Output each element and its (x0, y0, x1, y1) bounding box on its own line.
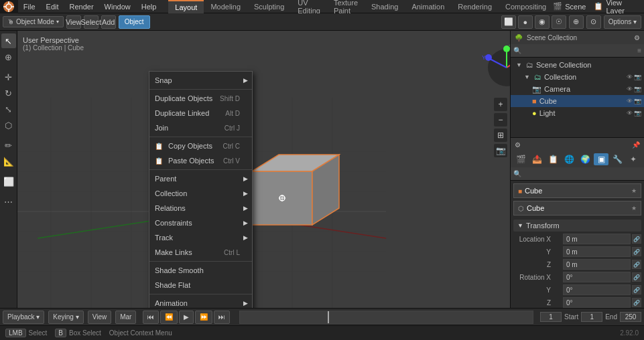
menu-item-join[interactable]: JoinCtrl J (149, 120, 252, 135)
options-btn[interactable]: Options ▾ (604, 15, 641, 29)
rotation-x-value[interactable]: 0° (563, 272, 631, 282)
tab-layout[interactable]: Layout (168, 0, 204, 13)
tab-texture-paint[interactable]: Texture Paint (327, 0, 365, 13)
filter-icon[interactable]: ≡ (637, 47, 641, 54)
mode-select[interactable]: 🖱 Object Mode ▾ (3, 16, 64, 27)
object-menu-btn[interactable]: Object (119, 15, 150, 29)
location-y-link[interactable]: 🔗 (632, 247, 641, 256)
menu-window[interactable]: Window (99, 0, 136, 13)
location-z-value[interactable]: 0 m (563, 259, 631, 270)
transform-tool[interactable]: ⬡ (1, 118, 16, 133)
select-tool[interactable]: ↖ (1, 33, 16, 48)
prop-tab-scene[interactable]: 🌐 (562, 153, 576, 165)
menu-edit[interactable]: Edit (41, 0, 64, 13)
viewport-shading-material[interactable]: ● (518, 15, 533, 29)
tab-compositing[interactable]: Compositing (499, 0, 553, 13)
add-cube-tool[interactable]: ⬜ (1, 174, 16, 189)
rotation-y-value[interactable]: 0° (563, 284, 631, 295)
tab-sculpting[interactable]: Sculpting (247, 0, 291, 13)
transform-header[interactable]: ▼ Transform (513, 220, 641, 232)
snap-view-btn[interactable]: ⊞ (494, 129, 507, 142)
menu-item-duplicate-linked[interactable]: Duplicate LinkedAlt D (149, 106, 252, 120)
measure-tool[interactable]: 📐 (1, 154, 16, 169)
prop-tab-render[interactable]: 🎬 (513, 153, 528, 165)
tab-rendering[interactable]: Rendering (451, 0, 499, 13)
frame-start-input[interactable] (581, 312, 602, 322)
rotate-tool[interactable]: ↻ (1, 86, 16, 100)
outliner-filter-icon[interactable]: ⚙ (634, 34, 640, 41)
move-tool[interactable]: ✛ (1, 70, 16, 84)
menu-item-parent[interactable]: Parent▶ (149, 171, 252, 186)
extra-tools[interactable]: ⋯ (1, 194, 16, 209)
add-menu-btn[interactable]: Add (101, 15, 116, 29)
prop-tab-object[interactable]: ▣ (594, 153, 608, 165)
location-z-link[interactable]: 🔗 (632, 260, 641, 269)
playback-btn[interactable]: Playback ▾ (3, 311, 44, 324)
frame-end-input[interactable] (620, 312, 641, 322)
view-btn[interactable]: View (88, 311, 112, 324)
data-fake-user-icon[interactable]: ★ (631, 205, 637, 211)
cube-vis-icon[interactable]: 👁 (627, 98, 633, 104)
viewport-shading-solid[interactable]: ⬜ (501, 15, 516, 29)
menu-item-constraints[interactable]: Constraints▶ (149, 216, 252, 230)
menu-item-shade-flat[interactable]: Shade Flat (149, 278, 252, 292)
camera-vis-icon[interactable]: 👁 (627, 86, 633, 92)
zoom-out-btn[interactable]: − (494, 113, 507, 126)
viewport[interactable]: X Z Y User Perspective (1) Collection | … (17, 31, 510, 308)
scale-tool[interactable]: ⤡ (1, 102, 16, 116)
collection-vis-icon[interactable]: 👁 (627, 74, 633, 80)
overlay-toggle[interactable]: ⊙ (586, 15, 601, 29)
menu-item-copy-objects[interactable]: 📋Copy ObjectsCtrl C (149, 139, 252, 153)
timeline-area[interactable] (239, 311, 533, 324)
camera-view-btn[interactable]: 📷 (494, 144, 507, 157)
viewport-shading-rendered[interactable]: ◉ (535, 15, 550, 29)
menu-item-shade-smooth[interactable]: Shade Smooth (149, 263, 252, 278)
menu-help[interactable]: Help (136, 0, 162, 13)
outliner-item-light[interactable]: ● Light 👁 📷 (511, 107, 644, 119)
jump-end-btn[interactable]: ⏭ (214, 311, 230, 324)
fake-user-icon[interactable]: ★ (631, 187, 637, 194)
select-menu-btn[interactable]: Select (84, 15, 99, 29)
play-btn[interactable]: ▶ (179, 311, 194, 324)
outliner-item-camera[interactable]: 📷 Camera 👁 📷 (511, 83, 644, 95)
menu-item-collection[interactable]: Collection▶ (149, 186, 252, 201)
location-y-value[interactable]: 0 m (563, 246, 631, 257)
rotation-z-link[interactable]: 🔗 (632, 298, 641, 307)
collection-render-icon[interactable]: 📷 (634, 74, 641, 80)
outliner-item-cube[interactable]: ■ Cube 👁 📷 (511, 95, 644, 107)
light-render-icon[interactable]: 📷 (634, 110, 641, 116)
cursor-tool[interactable]: ⊕ (1, 50, 16, 64)
keying-btn[interactable]: Keying ▾ (48, 311, 83, 324)
annotate-tool[interactable]: ✏ (1, 138, 16, 153)
light-vis-icon[interactable]: 👁 (627, 110, 633, 116)
tab-animation[interactable]: Animation (405, 0, 451, 13)
menu-item-track[interactable]: Track▶ (149, 230, 252, 245)
camera-render-icon[interactable]: 📷 (634, 86, 641, 92)
menu-render[interactable]: Render (64, 0, 99, 13)
prop-tab-output[interactable]: 📤 (529, 153, 544, 165)
zoom-in-btn[interactable]: + (494, 98, 507, 111)
jump-start-btn[interactable]: ⏮ (143, 311, 159, 324)
prop-tab-particles[interactable]: ✦ (626, 153, 641, 165)
tab-uv-editing[interactable]: UV Editing (291, 0, 327, 13)
tab-modeling[interactable]: Modeling (204, 0, 247, 13)
step-back-btn[interactable]: ⏪ (160, 311, 178, 324)
cube-render-icon[interactable]: 📷 (634, 98, 641, 104)
markers-btn[interactable]: Mar (115, 311, 136, 324)
location-x-link[interactable]: 🔗 (632, 234, 641, 244)
menu-item-relations[interactable]: Relations▶ (149, 201, 252, 216)
search-input[interactable] (524, 47, 635, 54)
rotation-z-value[interactable]: 0° (563, 297, 631, 308)
tab-shading[interactable]: Shading (365, 0, 405, 13)
location-x-value[interactable]: 0 m (563, 234, 631, 244)
menu-item-snap[interactable]: Snap▶ (149, 73, 252, 88)
menu-item-duplicate-objects[interactable]: Duplicate ObjectsShift D (149, 91, 252, 106)
object-name-field[interactable]: ■ Cube ★ (513, 183, 641, 198)
menu-item-paste-objects[interactable]: 📋Paste ObjectsCtrl V (149, 153, 252, 168)
menu-item-animation[interactable]: Animation▶ (149, 296, 252, 308)
rotation-x-link[interactable]: 🔗 (632, 272, 641, 282)
prop-tab-view-layer[interactable]: 📋 (545, 153, 560, 165)
view-menu-btn[interactable]: View (66, 15, 81, 29)
viewport-shading-eevee[interactable]: ☉ (552, 15, 566, 29)
menu-item-make-links[interactable]: Make LinksCtrl L (149, 245, 252, 260)
